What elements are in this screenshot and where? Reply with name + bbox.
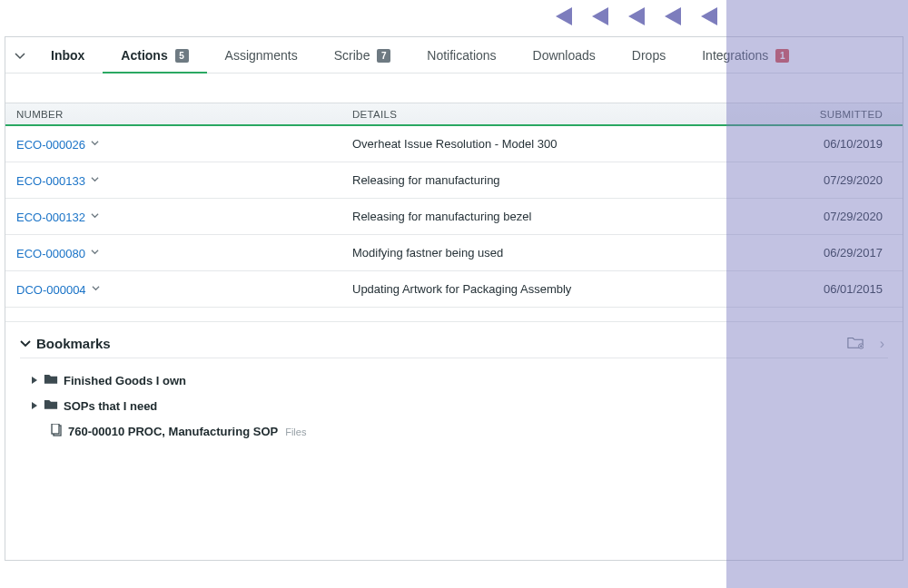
record-link[interactable]: DCO-000004 — [16, 283, 86, 297]
arrow-left-icon — [701, 7, 717, 25]
record-submitted: 07/29/2020 — [824, 173, 883, 187]
chevron-down-icon[interactable] — [91, 245, 99, 259]
record-link[interactable]: ECO-000133 — [16, 174, 85, 188]
bookmark-document[interactable]: 760-00010 PROC, Manufacturing SOPFiles — [31, 418, 888, 445]
chevron-down-icon[interactable] — [91, 136, 99, 150]
bookmark-label: SOPs that I need — [64, 399, 157, 413]
arrow-left-icon — [556, 7, 572, 25]
arrow-left-icon — [665, 7, 681, 25]
caret-right-icon — [31, 399, 38, 413]
record-details: Updating Artwork for Packaging Assembly — [352, 282, 571, 296]
tab-scribe-label: Scribe — [334, 48, 370, 63]
bookmark-label: Finished Goods I own — [64, 374, 186, 387]
record-link[interactable]: ECO-000132 — [16, 211, 85, 224]
document-icon — [51, 424, 63, 439]
chevron-down-icon[interactable] — [92, 281, 100, 295]
bookmarks-section: Bookmarks › Finished Goods I ownSOPs tha… — [5, 322, 903, 445]
record-submitted: 06/10/2019 — [824, 137, 883, 151]
record-link[interactable]: ECO-000080 — [16, 247, 85, 260]
animation-arrows — [0, 7, 908, 25]
tab-scribe[interactable]: Scribe 7 — [316, 37, 410, 74]
main-panel: Inbox Actions 5 Assignments Scribe 7 Not… — [5, 36, 903, 561]
new-folder-icon[interactable] — [847, 335, 864, 352]
record-submitted: 06/29/2017 — [824, 246, 883, 260]
arrow-left-icon — [628, 7, 645, 25]
record-submitted: 06/01/2015 — [824, 282, 883, 296]
tab-actions-label: Actions — [121, 48, 167, 63]
bookmark-label: 760-00010 PROC, Manufacturing SOP — [68, 425, 278, 438]
table-spacer — [5, 308, 903, 322]
tab-notifications[interactable]: Notifications — [409, 37, 514, 74]
folder-icon — [44, 398, 58, 413]
table-row: ECO-000080Modifying fastner being used06… — [5, 235, 903, 271]
table-header-row: NUMBER DETAILS SUBMITTED — [5, 103, 903, 126]
bookmark-folder[interactable]: Finished Goods I own — [31, 368, 888, 393]
record-details: Overheat Issue Resolution - Model 300 — [352, 137, 557, 151]
tab-drops[interactable]: Drops — [614, 37, 684, 74]
actions-table: NUMBER DETAILS SUBMITTED ECO-000026Overh… — [5, 103, 903, 322]
record-link[interactable]: ECO-000026 — [16, 138, 85, 152]
tab-integrations[interactable]: Integrations 1 — [684, 37, 807, 74]
bookmarks-header: Bookmarks › — [20, 335, 888, 358]
col-header-number[interactable]: NUMBER — [16, 109, 352, 120]
tab-assignments[interactable]: Assignments — [207, 37, 316, 74]
bookmark-suffix: Files — [285, 426, 306, 437]
col-header-details[interactable]: DETAILS — [352, 109, 792, 120]
tab-bar: Inbox Actions 5 Assignments Scribe 7 Not… — [5, 37, 903, 74]
actions-badge: 5 — [175, 49, 189, 63]
record-submitted: 07/29/2020 — [824, 210, 883, 223]
col-header-submitted[interactable]: SUBMITTED — [792, 109, 892, 120]
bookmark-folder[interactable]: SOPs that I need — [31, 393, 888, 418]
scribe-badge: 7 — [377, 49, 390, 63]
bookmarks-list: Finished Goods I ownSOPs that I need760-… — [20, 358, 888, 445]
tab-integrations-label: Integrations — [702, 48, 768, 63]
collapse-icon[interactable] — [13, 50, 27, 61]
table-body: ECO-000026Overheat Issue Resolution - Mo… — [5, 126, 903, 308]
chevron-down-icon[interactable] — [91, 172, 99, 186]
chevron-down-icon[interactable] — [91, 209, 99, 222]
table-row: DCO-000004Updating Artwork for Packaging… — [5, 271, 903, 308]
folder-icon — [44, 373, 58, 387]
tab-actions[interactable]: Actions 5 — [103, 37, 206, 74]
table-row: ECO-000026Overheat Issue Resolution - Mo… — [5, 126, 903, 162]
record-details: Releasing for manufacturing — [352, 173, 500, 187]
integrations-badge: 1 — [775, 49, 789, 63]
svg-rect-2 — [52, 424, 59, 434]
tab-downloads[interactable]: Downloads — [515, 37, 614, 74]
arrow-left-icon — [592, 7, 608, 25]
table-row: ECO-000133Releasing for manufacturing07/… — [5, 162, 903, 199]
tab-inbox[interactable]: Inbox — [33, 37, 103, 74]
chevron-down-icon[interactable] — [20, 336, 31, 351]
chevron-right-icon[interactable]: › — [876, 336, 888, 352]
table-row: ECO-000132Releasing for manufacturing be… — [5, 199, 903, 235]
record-details: Modifying fastner being used — [352, 246, 503, 260]
bookmarks-title: Bookmarks — [36, 336, 111, 351]
record-details: Releasing for manufacturing bezel — [352, 210, 531, 223]
caret-right-icon — [31, 374, 38, 387]
